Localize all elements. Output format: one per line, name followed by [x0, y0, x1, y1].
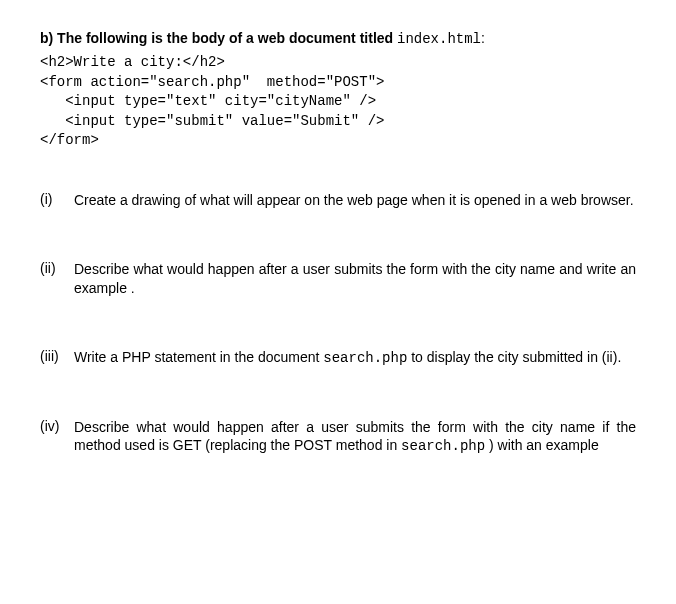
intro-colon: : — [481, 30, 485, 46]
question-iv: (iv) Describe what would happen after a … — [40, 418, 636, 457]
question-marker: (iv) — [40, 418, 74, 434]
question-iii: (iii) Write a PHP statement in the docum… — [40, 348, 636, 368]
code-line-2: <form action="search.php" method="POST"> — [40, 74, 384, 90]
part-label: b) — [40, 30, 53, 46]
question-marker: (i) — [40, 191, 74, 207]
q3-before: Write a PHP statement in the document — [74, 349, 323, 365]
question-text: Write a PHP statement in the document se… — [74, 348, 636, 368]
question-text: Create a drawing of what will appear on … — [74, 191, 636, 210]
question-marker: (ii) — [40, 260, 74, 276]
question-text: Describe what would happen after a user … — [74, 418, 636, 457]
code-line-1: <h2>Write a city:</h2> — [40, 54, 225, 70]
code-line-4: <input type="submit" value="Submit" /> — [40, 113, 384, 129]
q4-after: ) with an example — [485, 437, 599, 453]
q3-after: to display the city submitted in (ii). — [407, 349, 621, 365]
question-marker: (iii) — [40, 348, 74, 364]
intro-filename: index.html — [397, 31, 481, 47]
code-line-3: <input type="text" city="cityName" /> — [40, 93, 376, 109]
intro-line: b) The following is the body of a web do… — [40, 30, 636, 47]
intro-lead: The following is the body of a web docum… — [57, 30, 397, 46]
question-text: Describe what would happen after a user … — [74, 260, 636, 298]
code-line-5: </form> — [40, 132, 99, 148]
q4-code: search.php — [401, 438, 485, 454]
question-i: (i) Create a drawing of what will appear… — [40, 191, 636, 210]
q3-code: search.php — [323, 350, 407, 366]
code-block: <h2>Write a city:</h2> <form action="sea… — [40, 53, 636, 151]
question-ii: (ii) Describe what would happen after a … — [40, 260, 636, 298]
